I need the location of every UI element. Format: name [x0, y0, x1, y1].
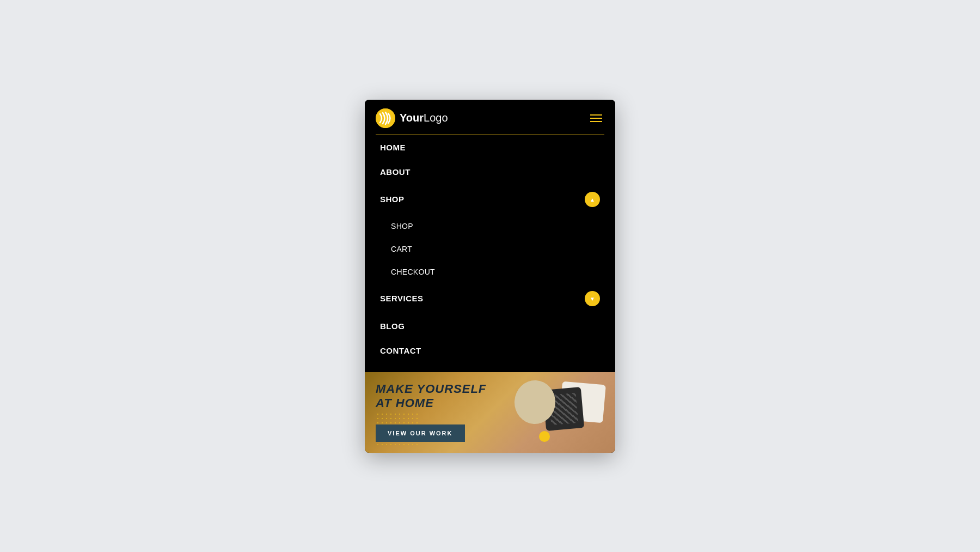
hero-cta-button[interactable]: VIEW OUR WORK [376, 424, 465, 442]
hamburger-icon [590, 114, 602, 122]
header: YourLogo [365, 100, 615, 128]
hero-content: MAKE YOURSELF AT HOME [376, 382, 486, 411]
services-chevron-button[interactable] [585, 291, 600, 306]
sub-nav-item-shop[interactable]: SHOP [365, 215, 615, 238]
nav-item-home[interactable]: HOME [365, 135, 615, 160]
hero-background: MAKE YOURSELF AT HOME VIEW OUR WORK [365, 372, 615, 453]
nav-item-services[interactable]: SERVICES [365, 283, 615, 314]
shop-submenu: SHOP CART CHECKOUT [365, 215, 615, 283]
nav-label-services: SERVICES [380, 294, 424, 303]
logo-area: YourLogo [376, 108, 448, 128]
shop-chevron-button[interactable] [585, 192, 600, 207]
nav-label-about: ABOUT [380, 167, 411, 177]
logo-light: Logo [424, 112, 448, 124]
nav-item-blog[interactable]: BLOG [365, 314, 615, 338]
nav-menu: HOME ABOUT SHOP SHOP CART CHECKOUT [365, 135, 615, 372]
nav-item-about[interactable]: ABOUT [365, 160, 615, 184]
hamburger-button[interactable] [588, 112, 604, 124]
chevron-down-icon [590, 294, 595, 302]
chevron-up-icon [590, 195, 595, 203]
hero-section: MAKE YOURSELF AT HOME VIEW OUR WORK [365, 372, 615, 453]
gold-dot [539, 431, 550, 442]
logo-bold: Your [400, 112, 424, 124]
logo-icon [376, 108, 395, 128]
hero-title: MAKE YOURSELF AT HOME [376, 382, 486, 411]
nav-item-contact[interactable]: CONTACT [365, 338, 615, 363]
nav-label-blog: BLOG [380, 322, 405, 331]
sub-nav-item-checkout[interactable]: CHECKOUT [365, 260, 615, 283]
logo-text: YourLogo [400, 112, 448, 124]
svg-point-0 [376, 108, 395, 128]
nav-item-shop[interactable]: SHOP [365, 184, 615, 215]
phone-frame: YourLogo HOME ABOUT SHOP [365, 100, 615, 453]
sub-nav-item-cart[interactable]: CART [365, 238, 615, 260]
nav-label-home: HOME [380, 143, 406, 152]
nav-label-shop: SHOP [380, 195, 405, 204]
nav-label-contact: CONTACT [380, 346, 421, 355]
